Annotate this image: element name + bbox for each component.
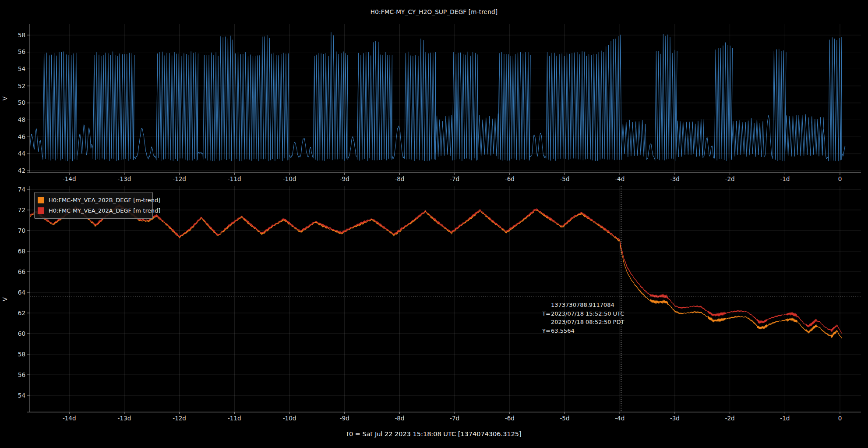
bottom-xtick-label: -11d	[228, 415, 241, 422]
bottom-xtick-label: -12d	[173, 415, 186, 422]
top-ytick-label: 54	[18, 65, 25, 72]
cursor-utc-value: 2023/07/18 15:52:50 UTC	[551, 309, 624, 318]
top-ytick-label: 56	[18, 48, 25, 55]
top-xtick-label: -5d	[560, 175, 569, 182]
cursor-gps-value: 1373730788.9117084	[551, 301, 614, 309]
cursor-gps-row: 1373730788.9117084	[542, 301, 624, 309]
t0-label: t0 = Sat Jul 22 2023 15:18:08 UTC [13740…	[0, 430, 868, 437]
top-xtick-label: -1d	[780, 175, 790, 182]
legend-label-202b: H0:FMC-MY_VEA_202B_DEGF [m-trend]	[49, 197, 160, 203]
top-xtick-label: -13d	[118, 175, 131, 182]
cursor-t-key: T=	[542, 309, 551, 318]
bottom-xtick-label: -7d	[450, 415, 459, 422]
legend-swatch-orange	[38, 197, 44, 203]
top-ytick-label: 46	[18, 133, 25, 140]
cursor-y-value: 63.5564	[551, 327, 575, 335]
legend-label-202a: H0:FMC-MY_VEA_202A_DEGF [m-trend]	[49, 207, 160, 214]
top-plot-title: H0:FMC-MY_CY_H2O_SUP_DEGF [m-trend]	[0, 8, 868, 15]
series-vea-202a	[29, 204, 842, 334]
top-xtick-label: -6d	[505, 175, 515, 182]
top-ylabel: V	[1, 96, 8, 100]
bottom-plot-grid	[30, 186, 861, 412]
top-ytick-label: 50	[18, 99, 25, 106]
bottom-xtick-label: -3d	[670, 415, 680, 422]
top-ytick-label: 44	[18, 150, 25, 157]
bottom-ytick-label: 72	[18, 206, 25, 213]
cursor-y-key: Y=	[542, 327, 551, 335]
legend-box[interactable]: H0:FMC-MY_VEA_202B_DEGF [m-trend] H0:FMC…	[34, 192, 153, 219]
bottom-ytick-label: 58	[18, 351, 25, 358]
bottom-ylabel: V	[1, 297, 8, 301]
legend-item-202a[interactable]: H0:FMC-MY_VEA_202A_DEGF [m-trend]	[38, 205, 149, 216]
bottom-xtick-label: -1d	[780, 415, 790, 422]
bottom-xtick-label: -10d	[283, 415, 296, 422]
bottom-xtick-label: -13d	[118, 415, 131, 422]
bottom-ytick-label: 54	[18, 392, 25, 399]
bottom-xtick-label: 0	[838, 415, 842, 422]
cursor-utc-row: T= 2023/07/18 15:52:50 UTC	[542, 309, 624, 318]
top-ytick-label: 52	[18, 82, 25, 89]
crosshair	[30, 186, 861, 412]
bottom-xtick-label: -4d	[615, 415, 625, 422]
bottom-ytick-label: 60	[18, 330, 25, 337]
top-xtick-label: -8d	[395, 175, 404, 182]
bottom-ytick-label: 56	[18, 371, 25, 378]
top-ytick-label: 42	[18, 167, 25, 174]
top-xtick-label: -7d	[450, 175, 459, 182]
bottom-xtick-label: -5d	[560, 415, 569, 422]
legend-item-202b[interactable]: H0:FMC-MY_VEA_202B_DEGF [m-trend]	[38, 195, 149, 205]
bottom-ytick-label: 70	[18, 227, 25, 234]
bottom-plot-area[interactable]	[29, 204, 842, 338]
legend-swatch-red	[38, 207, 44, 214]
bottom-ytick-label: 74	[18, 186, 25, 193]
cursor-readout: 1373730788.9117084 T= 2023/07/18 15:52:5…	[542, 301, 624, 335]
bottom-xtick-label: -2d	[725, 415, 735, 422]
bottom-plot-axes: -14d-13d-12d-11d-10d-9d-8d-7d-6d-5d-4d-3…	[1, 186, 861, 422]
bottom-xtick-label: -14d	[63, 415, 76, 422]
top-xtick-label: -11d	[228, 175, 241, 182]
bottom-ytick-label: 62	[18, 309, 25, 316]
top-xtick-label: -3d	[670, 175, 680, 182]
cursor-pdt-value: 2023/07/18 08:52:50 PDT	[551, 318, 624, 327]
top-xtick-label: -4d	[615, 175, 625, 182]
top-xtick-label: -10d	[283, 175, 296, 182]
top-xtick-label: -9d	[340, 175, 349, 182]
cursor-y-row: Y= 63.5564	[542, 327, 624, 335]
bottom-ytick-label: 64	[18, 289, 25, 296]
top-xtick-label: -2d	[725, 175, 735, 182]
bottom-xtick-label: -8d	[395, 415, 404, 422]
trend-viewer-window: -14d-13d-12d-11d-10d-9d-8d-7d-6d-5d-4d-3…	[0, 0, 868, 448]
top-plot-area[interactable]	[29, 32, 845, 161]
bottom-xtick-label: -9d	[340, 415, 349, 422]
bottom-ytick-label: 68	[18, 248, 25, 255]
series-h2o-sup	[29, 32, 845, 161]
bottom-ytick-label: 66	[18, 268, 25, 275]
top-ytick-label: 58	[18, 32, 25, 39]
top-xtick-label: -12d	[173, 175, 186, 182]
bottom-xtick-label: -6d	[505, 415, 515, 422]
top-plot-grid	[30, 24, 861, 173]
top-xtick-label: 0	[838, 175, 842, 182]
top-xtick-label: -14d	[63, 175, 76, 182]
plot-canvas[interactable]: -14d-13d-12d-11d-10d-9d-8d-7d-6d-5d-4d-3…	[0, 0, 868, 448]
cursor-pdt-row: 2023/07/18 08:52:50 PDT	[542, 318, 624, 327]
top-ytick-label: 48	[18, 116, 25, 123]
